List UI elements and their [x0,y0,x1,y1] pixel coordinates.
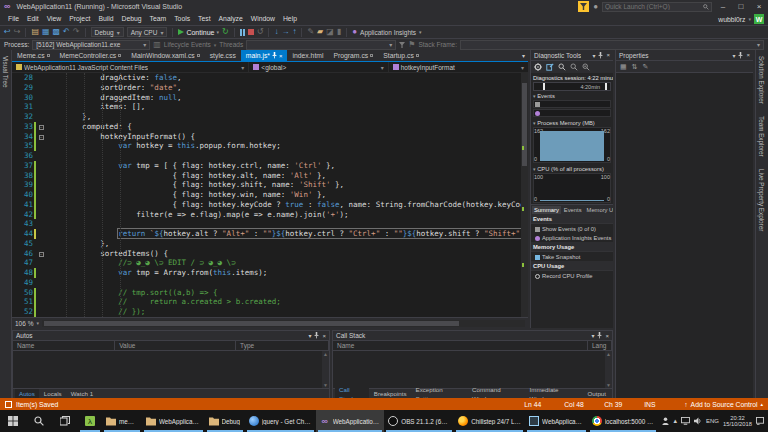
autos-body[interactable]: ▲▼ [13,351,329,388]
code-line-48[interactable]: var tmp = Array.from(this.items); [46,268,521,278]
summary-item[interactable]: Application Insights Events (0 of [531,233,613,242]
menu-item-build[interactable]: Build [94,13,117,25]
open-file-icon[interactable]: ▤ [31,27,39,37]
code-line-30[interactable]: draggedItem: null, [46,93,521,103]
code-line-41[interactable]: { flag: hotkey.keyCode ? true : false, n… [46,200,521,210]
continue-button[interactable]: Continue ▾ [178,29,219,36]
pin-icon[interactable] [272,52,277,59]
minimize-button[interactable]: – [716,1,730,12]
code-line-42[interactable]: filter(e => e.flag).map(e => e.name).joi… [46,210,521,220]
diagnostics-tab-summary[interactable]: Summary [532,206,561,214]
vertical-tab-live-property-explorer[interactable]: Live Property Explorer [756,163,767,237]
dock-tab-autos[interactable]: Autos [15,389,39,398]
document-tab-startup-cs[interactable]: Startup.cs [378,50,424,61]
diagnostics-tab-memory-us[interactable]: Memory Us [585,206,613,214]
menu-item-team[interactable]: Team [146,13,171,25]
column-header-type[interactable]: Type [236,341,329,350]
document-tab-style-css[interactable]: style.css [205,50,241,61]
dock-tab-watch-1[interactable]: Watch 1 [67,389,97,398]
code-line-39[interactable]: { flag: hotkey.shift, name: 'Shift' }, [46,180,521,190]
menu-item-project[interactable]: Project [65,13,94,25]
menu-item-analyze[interactable]: Analyze [215,13,247,25]
show-hidden-icons-chevron[interactable]: ▴ [673,417,677,425]
close-icon[interactable]: × [605,333,609,339]
dropdown-caret-icon[interactable]: ▾ [592,52,595,59]
quick-launch-input[interactable] [605,3,703,10]
undo-icon[interactable]: ↶ [63,27,70,37]
collapse-region-icon[interactable]: − [39,252,44,257]
code-text-area[interactable]: dragActive: false, sortOrder: "date", dr… [46,73,521,317]
cpu-section-header[interactable]: ▾ CPU (% of all processors) [531,164,613,172]
code-line-37[interactable]: var tmp = [ { flag: hotkey.ctrl, name: '… [46,161,521,171]
autos-scrollbar[interactable]: ▲▼ [322,351,329,388]
code-line-36[interactable] [46,151,521,161]
vertical-tab-team-explorer[interactable]: Team Explorer [756,110,767,163]
close-tab-icon[interactable]: × [279,53,283,59]
code-line-38[interactable]: { flag: hotkey.alt, name: 'Alt' }, [46,171,521,181]
taskbar-app-debug[interactable]: Debug [205,410,245,432]
avatar[interactable]: W [754,14,764,24]
taskbar-app-lambda[interactable]: λ [78,410,102,432]
document-tab-meme-cs[interactable]: Meme.cs [12,50,55,61]
find-icon[interactable]: ✎ [307,27,314,37]
break-all-icon[interactable] [240,29,245,36]
close-icon[interactable]: × [606,52,610,58]
restart-icon[interactable]: ↻ [222,27,229,37]
stack-frame-dropdown[interactable]: ▾ [460,40,764,50]
call-stack-header[interactable]: Call Stack ▾ × [333,331,612,341]
lifecycle-events-label[interactable]: Lifecycle Events [164,41,211,48]
code-line-45[interactable]: }, [46,239,521,249]
stop-debugging-icon[interactable] [248,29,254,35]
save-icon[interactable]: ▦ [42,27,50,37]
call-stack-body[interactable]: ▲▼ [333,351,612,388]
flag-icon[interactable]: ⚑ [408,40,415,50]
menu-item-test[interactable]: Test [194,13,214,25]
redo-icon[interactable]: ↷ [73,27,80,37]
code-line-33[interactable]: computed: { [46,122,521,132]
summary-item[interactable]: Take Snapshot [531,252,613,261]
code-line-40[interactable]: { flag: hotkey.win, name: 'Win' }, [46,190,521,200]
call-stack-scrollbar[interactable]: ▲▼ [605,351,612,388]
pin-icon[interactable] [738,52,743,59]
summary-item[interactable]: Record CPU Profile [531,271,613,280]
alphabetical-icon[interactable]: ⇅ [632,63,638,71]
diagnostic-tools-header[interactable]: Diagnostic Tools ▾ × [531,50,613,61]
step-over-icon[interactable]: → [281,27,289,37]
code-line-50[interactable]: // tmp.sort((a,b) => { [46,288,521,298]
dropdown-caret-icon[interactable]: ▾ [591,332,594,339]
code-line-51[interactable]: // return a.created > b.created; [46,297,521,307]
scope-dropdown[interactable]: <global> ▾ [249,62,388,72]
step-into-icon[interactable]: ↓ [274,27,278,37]
taskbar-search-button[interactable] [26,410,52,432]
clock[interactable]: 20:32 15/10/2018 [723,415,752,428]
menu-item-debug[interactable]: Debug [118,13,146,25]
pin-icon[interactable] [598,52,603,59]
save-all-icon[interactable]: ▩ [53,27,61,37]
code-line-31[interactable]: items: [], [46,102,521,112]
document-tab-memecontroller-cs[interactable]: MemeController.cs [55,50,127,61]
column-header-name[interactable]: Name [13,341,115,350]
reset-view-icon[interactable] [582,63,590,71]
network-icon[interactable] [681,417,690,425]
menu-item-window[interactable]: Window [247,13,279,25]
autos-header[interactable]: Autos ▾ × [13,331,329,341]
document-tab-index-html[interactable]: index.html [287,50,328,61]
menu-item-edit[interactable]: Edit [23,13,43,25]
code-line-52[interactable]: // }); [46,307,521,317]
application-insights-label[interactable]: Application Insights [360,29,416,36]
start-button[interactable] [0,410,26,432]
properties-header[interactable]: Properties ▾ × [616,50,753,61]
dropdown-caret-icon[interactable]: ▾ [308,332,311,339]
settings-gear-icon[interactable] [534,63,542,71]
taskbar-app-webapplication11[interactable]: WebApplication11 [525,410,588,432]
filter-funnel-icon[interactable] [399,42,405,48]
taskbar-app-webapplication11[interactable]: WebApplication11 [142,410,205,432]
column-header-name[interactable]: Name [333,341,588,350]
code-line-44[interactable]: return `${hotkey.alt ? "Alt+" : ""}${hot… [46,229,521,239]
taskbar-app-obs-21-1-2-64bit-[interactable]: OBS 21.1.2 (64bit, ... [384,410,454,432]
dock-tab-locals[interactable]: Locals [40,389,66,398]
categorized-icon[interactable]: ▦ [620,63,627,71]
memory-section-header[interactable]: ▾ Process Memory (MB) [531,118,613,126]
bookmark-icon[interactable]: ▮ [337,27,341,37]
visual-tree-vertical-tab[interactable]: Visual Tree [0,50,11,93]
